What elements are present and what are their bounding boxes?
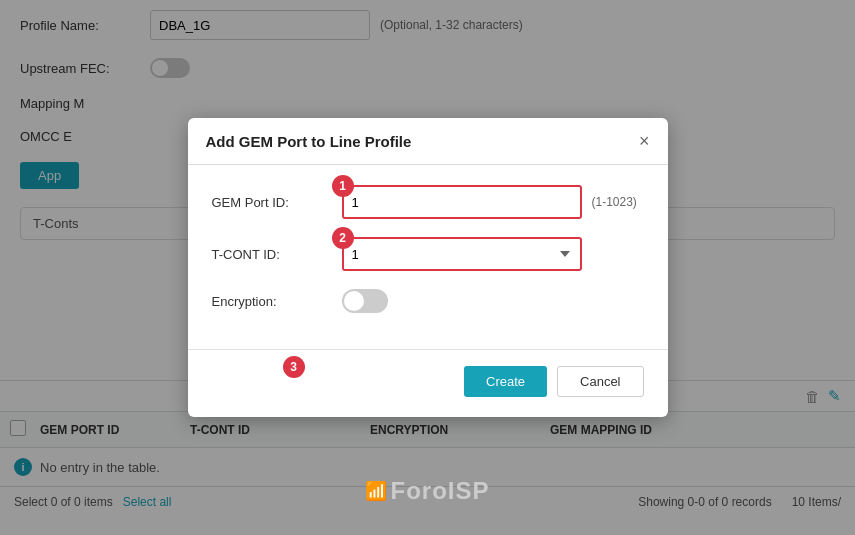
cancel-button[interactable]: Cancel: [557, 366, 643, 397]
modal-footer: 3 Create Cancel: [188, 366, 668, 417]
step-2-badge: 2: [332, 227, 354, 249]
tcont-id-row: 2 T-CONT ID: 1 2 3: [212, 237, 644, 271]
step-1-badge: 1: [332, 175, 354, 197]
modal-overlay: Add GEM Port to Line Profile × 1 GEM Por…: [0, 0, 855, 535]
gem-port-id-input[interactable]: [342, 185, 582, 219]
modal-body: 1 GEM Port ID: (1-1023) 2 T-CONT ID: 1 2…: [188, 165, 668, 341]
tcont-id-label: T-CONT ID:: [212, 247, 342, 262]
encryption-row: Encryption:: [212, 289, 644, 313]
encryption-label: Encryption:: [212, 294, 342, 309]
encryption-toggle[interactable]: [342, 289, 388, 313]
gem-port-id-hint: (1-1023): [592, 195, 637, 209]
step-3-badge: 3: [283, 356, 305, 378]
modal-title: Add GEM Port to Line Profile: [206, 133, 412, 150]
modal-dialog: Add GEM Port to Line Profile × 1 GEM Por…: [188, 118, 668, 417]
gem-port-id-row: 1 GEM Port ID: (1-1023): [212, 185, 644, 219]
gem-port-id-label: GEM Port ID:: [212, 195, 342, 210]
create-button[interactable]: Create: [464, 366, 547, 397]
tcont-id-select[interactable]: 1 2 3: [342, 237, 582, 271]
modal-close-button[interactable]: ×: [639, 132, 650, 150]
modal-header: Add GEM Port to Line Profile ×: [188, 118, 668, 165]
modal-divider: [188, 349, 668, 350]
